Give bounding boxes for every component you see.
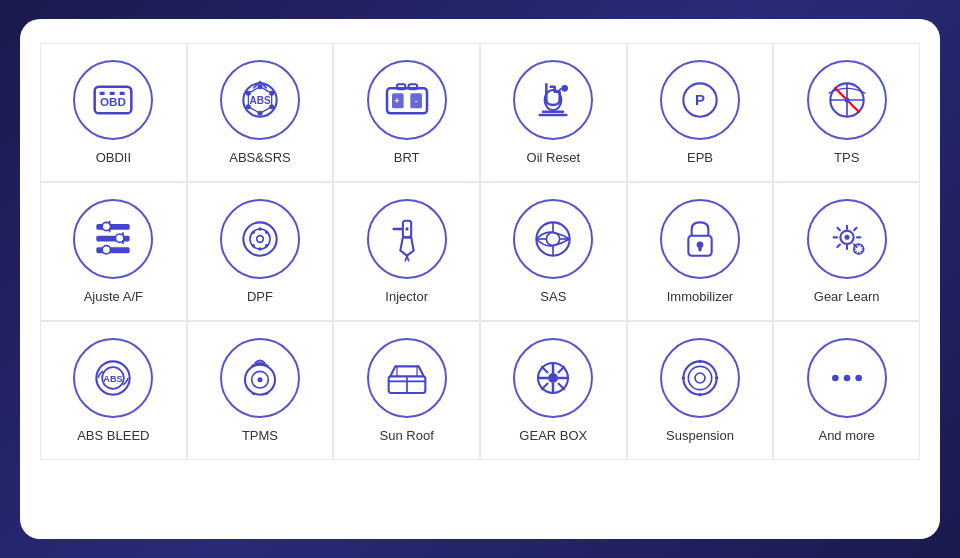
svg-point-27 xyxy=(562,85,569,92)
dpf-label: DPF xyxy=(247,289,273,304)
tpms-label: TPMS xyxy=(242,428,278,443)
svg-rect-67 xyxy=(698,247,701,252)
oil-reset-icon xyxy=(513,60,593,140)
suspension-icon xyxy=(660,338,740,418)
svg-point-40 xyxy=(102,246,110,254)
ajuste-af-label: Ajuste A/F xyxy=(84,289,143,304)
dpf-icon xyxy=(220,199,300,279)
svg-rect-21 xyxy=(408,84,416,89)
feature-item-abs-bleed[interactable]: ABS ABS BLEED xyxy=(40,321,187,460)
feature-item-obdii[interactable]: OBD OBDII xyxy=(40,43,187,182)
immobilizer-icon xyxy=(660,199,740,279)
svg-line-87 xyxy=(542,366,549,373)
feature-item-gear-learn[interactable]: Gear Learn xyxy=(773,182,920,321)
suspension-label: Suspension xyxy=(666,428,734,443)
and-more-label: And more xyxy=(818,428,874,443)
svg-point-76 xyxy=(257,377,262,382)
sun-roof-icon xyxy=(367,338,447,418)
epb-label: EPB xyxy=(687,150,713,165)
svg-point-97 xyxy=(715,376,718,379)
gear-learn-label: Gear Learn xyxy=(814,289,880,304)
immobilizer-label: Immobilizer xyxy=(667,289,733,304)
svg-point-45 xyxy=(243,222,276,255)
oil-reset-label: Oil Reset xyxy=(527,150,580,165)
svg-point-100 xyxy=(855,375,862,382)
svg-point-98 xyxy=(832,375,839,382)
svg-line-90 xyxy=(558,383,565,390)
feature-item-brt[interactable]: + - BRT xyxy=(333,43,480,182)
obdii-icon: OBD xyxy=(73,60,153,140)
svg-point-96 xyxy=(682,376,685,379)
svg-point-99 xyxy=(843,375,850,382)
sas-icon xyxy=(513,199,593,279)
main-card: OBD OBDII ABS ABS&SRS xyxy=(20,19,940,539)
feature-item-immobilizer[interactable]: Immobilizer xyxy=(627,182,774,321)
sas-label: SAS xyxy=(540,289,566,304)
feature-item-gear-box[interactable]: GEAR BOX xyxy=(480,321,627,460)
svg-rect-4 xyxy=(120,92,125,95)
feature-item-suspension[interactable]: Suspension xyxy=(627,321,774,460)
svg-point-34 xyxy=(844,98,849,103)
svg-point-48 xyxy=(252,231,255,234)
and-more-icon xyxy=(807,338,887,418)
svg-text:+: + xyxy=(394,96,399,106)
svg-point-7 xyxy=(257,84,262,89)
svg-point-51 xyxy=(265,244,268,247)
svg-point-82 xyxy=(548,373,558,383)
svg-point-94 xyxy=(698,360,701,363)
svg-point-50 xyxy=(265,231,268,234)
svg-text:-: - xyxy=(414,96,417,106)
brt-icon: + - xyxy=(367,60,447,140)
svg-line-89 xyxy=(542,383,549,390)
svg-text:ABS: ABS xyxy=(249,95,270,106)
injector-icon xyxy=(367,199,447,279)
feature-item-and-more[interactable]: And more xyxy=(773,321,920,460)
gear-learn-icon xyxy=(807,199,887,279)
svg-point-93 xyxy=(695,373,705,383)
abs-bleed-icon: ABS xyxy=(73,338,153,418)
feature-item-dpf[interactable]: DPF xyxy=(187,182,334,321)
feature-item-sun-roof[interactable]: Sun Roof xyxy=(333,321,480,460)
svg-line-88 xyxy=(558,366,565,373)
feature-item-injector[interactable]: Injector xyxy=(333,182,480,321)
brt-label: BRT xyxy=(394,150,420,165)
svg-text:OBD: OBD xyxy=(100,95,126,108)
svg-point-52 xyxy=(258,247,261,250)
feature-item-ajuste-af[interactable]: Ajuste A/F xyxy=(40,182,187,321)
svg-point-47 xyxy=(257,236,264,243)
feature-item-tpms[interactable]: TPMS xyxy=(187,321,334,460)
feature-grid: OBD OBDII ABS ABS&SRS xyxy=(40,43,920,460)
svg-text:P: P xyxy=(695,91,705,108)
ajuste-af-icon xyxy=(73,199,153,279)
abs-bleed-label: ABS BLEED xyxy=(77,428,149,443)
epb-icon: P xyxy=(660,60,740,140)
tps-label: TPS xyxy=(834,150,859,165)
feature-item-epb[interactable]: P EPB xyxy=(627,43,774,182)
feature-item-sas[interactable]: SAS xyxy=(480,182,627,321)
sun-roof-label: Sun Roof xyxy=(380,428,434,443)
svg-rect-3 xyxy=(110,92,115,95)
svg-rect-35 xyxy=(97,224,130,230)
svg-point-53 xyxy=(252,244,255,247)
tps-icon xyxy=(807,60,887,140)
abs-srs-icon: ABS xyxy=(220,60,300,140)
svg-line-56 xyxy=(407,256,409,261)
gear-box-label: GEAR BOX xyxy=(519,428,587,443)
svg-point-58 xyxy=(405,227,408,230)
svg-rect-36 xyxy=(97,236,130,242)
svg-rect-37 xyxy=(97,247,130,253)
obdii-label: OBDII xyxy=(96,150,131,165)
feature-item-abs-srs[interactable]: ABS ABS&SRS xyxy=(187,43,334,182)
svg-point-95 xyxy=(698,393,701,396)
feature-item-oil-reset[interactable]: Oil Reset xyxy=(480,43,627,182)
injector-label: Injector xyxy=(385,289,428,304)
svg-point-92 xyxy=(688,366,711,389)
svg-point-49 xyxy=(258,227,261,230)
gear-box-icon xyxy=(513,338,593,418)
svg-rect-2 xyxy=(100,92,105,95)
tpms-icon xyxy=(220,338,300,418)
svg-rect-20 xyxy=(397,84,405,89)
svg-point-69 xyxy=(844,235,849,240)
svg-text:ABS: ABS xyxy=(104,374,123,384)
feature-item-tps[interactable]: TPS xyxy=(773,43,920,182)
